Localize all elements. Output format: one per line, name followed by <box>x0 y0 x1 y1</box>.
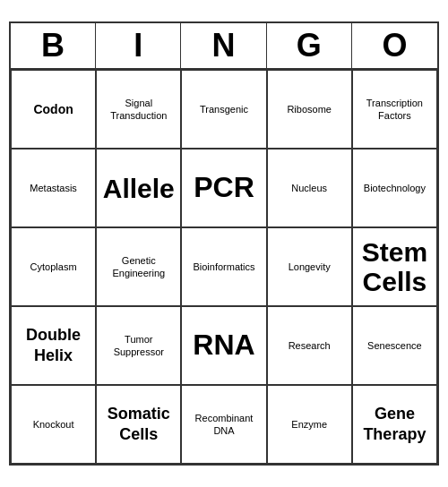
bingo-card: B I N G O CodonSignal TransductionTransg… <box>9 21 439 466</box>
bingo-cell-7[interactable]: PCR <box>181 149 266 227</box>
bingo-cell-22[interactable]: Recombinant DNA <box>181 385 266 464</box>
bingo-grid: CodonSignal TransductionTransgenicRiboso… <box>11 70 437 464</box>
bingo-cell-5[interactable]: Metastasis <box>11 149 96 227</box>
bingo-cell-18[interactable]: Research <box>267 306 352 385</box>
bingo-cell-4[interactable]: Transcription Factors <box>352 70 437 149</box>
bingo-cell-3[interactable]: Ribosome <box>267 70 352 149</box>
letter-i: I <box>96 23 181 68</box>
bingo-cell-6[interactable]: Allele <box>96 149 181 227</box>
bingo-cell-15[interactable]: Double Helix <box>11 306 96 385</box>
bingo-cell-0[interactable]: Codon <box>11 70 96 149</box>
bingo-cell-23[interactable]: Enzyme <box>267 385 352 464</box>
letter-n: N <box>181 23 266 68</box>
bingo-header: B I N G O <box>11 23 437 70</box>
bingo-cell-2[interactable]: Transgenic <box>181 70 266 149</box>
bingo-cell-1[interactable]: Signal Transduction <box>96 70 181 149</box>
bingo-cell-19[interactable]: Senescence <box>352 306 437 385</box>
bingo-cell-24[interactable]: Gene Therapy <box>352 385 437 464</box>
bingo-cell-21[interactable]: Somatic Cells <box>96 385 181 464</box>
bingo-cell-11[interactable]: Genetic Engineering <box>96 227 181 306</box>
bingo-cell-14[interactable]: Stem Cells <box>352 227 437 306</box>
bingo-cell-12[interactable]: Bioinformatics <box>181 227 266 306</box>
letter-o: O <box>352 23 437 68</box>
bingo-cell-17[interactable]: RNA <box>181 306 266 385</box>
bingo-cell-16[interactable]: Tumor Suppressor <box>96 306 181 385</box>
letter-b: B <box>11 23 96 68</box>
letter-g: G <box>267 23 352 68</box>
bingo-cell-10[interactable]: Cytoplasm <box>11 227 96 306</box>
bingo-cell-13[interactable]: Longevity <box>267 227 352 306</box>
bingo-cell-9[interactable]: Biotechnology <box>352 149 437 227</box>
bingo-cell-20[interactable]: Knockout <box>11 385 96 464</box>
bingo-cell-8[interactable]: Nucleus <box>267 149 352 227</box>
